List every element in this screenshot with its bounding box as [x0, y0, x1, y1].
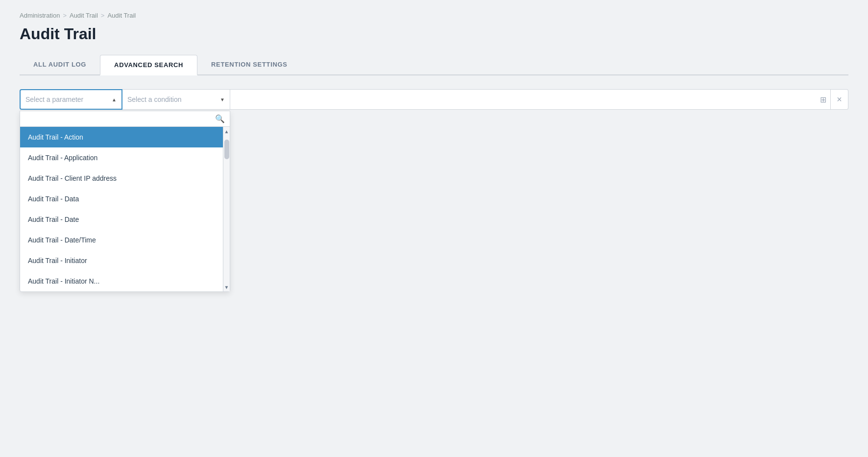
condition-arrow-icon: ▼ — [220, 97, 225, 102]
condition-select-button[interactable]: Select a condition ▼ — [122, 89, 230, 110]
dropdown-item[interactable]: Audit Trail - Date — [20, 209, 223, 230]
dropdown-item[interactable]: Audit Trail - Application — [20, 147, 223, 168]
dropdown-item[interactable]: Audit Trail - Initiator N... — [20, 271, 223, 291]
dropdown-item[interactable]: Audit Trail - Action — [20, 127, 223, 147]
condition-select-placeholder: Select a condition — [127, 96, 182, 103]
dropdown-search-icon: 🔍 — [215, 114, 225, 123]
param-select-container: Select a parameter ▲ 🔍 Audit Trail - Act… — [20, 89, 122, 110]
dropdown-search-input[interactable] — [25, 115, 215, 123]
scrollbar-arrow-up[interactable]: ▲ — [223, 127, 230, 136]
dropdown-list: Audit Trail - ActionAudit Trail - Applic… — [20, 127, 223, 291]
param-arrow-icon: ▲ — [112, 97, 117, 102]
scrollbar-thumb[interactable] — [224, 140, 229, 159]
value-input-box: ⊞ — [230, 89, 831, 110]
close-button[interactable]: × — [831, 89, 848, 110]
page-title: Audit Trail — [20, 25, 848, 43]
breadcrumb-admin: Administration — [20, 12, 60, 19]
page-container: Administration > Audit Trail > Audit Tra… — [0, 0, 868, 457]
condition-select-container: Select a condition ▼ — [122, 89, 230, 110]
search-row: Select a parameter ▲ 🔍 Audit Trail - Act… — [20, 89, 848, 110]
breadcrumb: Administration > Audit Trail > Audit Tra… — [20, 12, 848, 19]
tab-all-audit-log[interactable]: ALL AUDIT LOG — [20, 55, 100, 75]
param-select-button[interactable]: Select a parameter ▲ — [20, 89, 122, 110]
scrollbar-track: ▲ ▼ — [223, 127, 230, 291]
dropdown-search-bar: 🔍 — [20, 111, 230, 127]
dropdown-items-col: Audit Trail - ActionAudit Trail - Applic… — [20, 127, 223, 291]
param-select-placeholder: Select a parameter — [25, 96, 83, 103]
dropdown-item[interactable]: Audit Trail - Date/Time — [20, 230, 223, 250]
tab-advanced-search[interactable]: ADVANCED SEARCH — [100, 55, 197, 75]
tab-retention-settings[interactable]: RETENTION SETTINGS — [197, 55, 301, 75]
scrollbar-arrow-down[interactable]: ▼ — [223, 283, 230, 291]
grid-icon[interactable]: ⊞ — [816, 95, 830, 104]
breadcrumb-audit-trail: Audit Trail — [70, 12, 98, 19]
breadcrumb-sep-2: > — [101, 12, 105, 19]
tabs-container: ALL AUDIT LOG ADVANCED SEARCH RETENTION … — [20, 55, 848, 75]
dropdown-panel: 🔍 Audit Trail - ActionAudit Trail - Appl… — [20, 111, 230, 292]
dropdown-item[interactable]: Audit Trail - Data — [20, 189, 223, 209]
dropdown-item[interactable]: Audit Trail - Client IP address — [20, 168, 223, 189]
breadcrumb-sep-1: > — [63, 12, 67, 19]
dropdown-item[interactable]: Audit Trail - Initiator — [20, 250, 223, 271]
breadcrumb-current: Audit Trail — [107, 12, 136, 19]
dropdown-list-wrap: Audit Trail - ActionAudit Trail - Applic… — [20, 127, 230, 291]
value-input[interactable] — [230, 96, 816, 103]
